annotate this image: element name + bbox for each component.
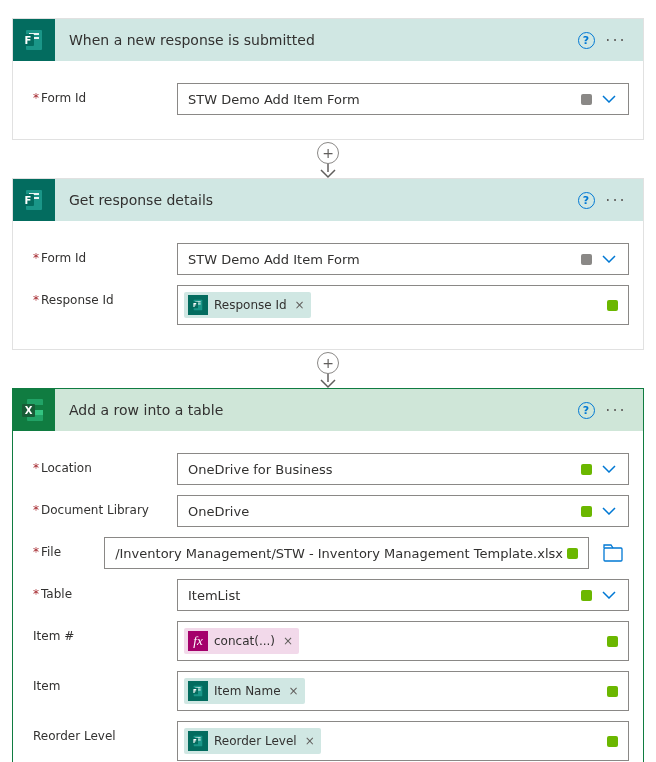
dynamic-token[interactable]: Item Name × bbox=[184, 678, 305, 704]
browse-folder-button[interactable] bbox=[597, 537, 629, 569]
status-dot-icon bbox=[607, 636, 618, 647]
remove-token-button[interactable]: × bbox=[293, 298, 305, 312]
dynamic-token[interactable]: Response Id × bbox=[184, 292, 311, 318]
status-dot-icon bbox=[607, 300, 618, 311]
card-header[interactable]: Add a row into a table ? ··· bbox=[13, 389, 643, 431]
field-label: Item # bbox=[33, 621, 177, 643]
more-button[interactable]: ··· bbox=[601, 185, 631, 215]
select-value: OneDrive for Business bbox=[188, 462, 577, 477]
item-input[interactable]: Item Name × bbox=[177, 671, 629, 711]
card-header[interactable]: When a new response is submitted ? ··· bbox=[13, 19, 643, 61]
help-button[interactable]: ? bbox=[571, 25, 601, 55]
connector: + bbox=[12, 142, 644, 180]
forms-token-icon bbox=[188, 295, 208, 315]
card-header[interactable]: Get response details ? ··· bbox=[13, 179, 643, 221]
table-select[interactable]: ItemList bbox=[177, 579, 629, 611]
card-title: Add a row into a table bbox=[55, 402, 571, 418]
chevron-down-icon bbox=[596, 465, 622, 473]
status-dot-icon bbox=[581, 506, 592, 517]
status-dot-icon bbox=[607, 686, 618, 697]
card-title: Get response details bbox=[55, 192, 571, 208]
status-dot-icon bbox=[581, 590, 592, 601]
field-label: *Response Id bbox=[33, 285, 177, 307]
token-label: Item Name bbox=[214, 684, 281, 698]
remove-token-button[interactable]: × bbox=[303, 734, 315, 748]
status-dot-icon bbox=[581, 254, 592, 265]
form-id-select[interactable]: STW Demo Add Item Form bbox=[177, 243, 629, 275]
field-label: *File bbox=[33, 537, 104, 559]
chevron-down-icon bbox=[596, 591, 622, 599]
field-row-doc-library: *Document Library OneDrive bbox=[33, 495, 629, 527]
file-input[interactable]: /Inventory Management/STW - Inventory Ma… bbox=[104, 537, 589, 569]
select-value: ItemList bbox=[188, 588, 577, 603]
location-select[interactable]: OneDrive for Business bbox=[177, 453, 629, 485]
forms-logo bbox=[13, 19, 55, 61]
card-body: *Location OneDrive for Business *Documen… bbox=[13, 431, 643, 762]
field-label: *Location bbox=[33, 453, 177, 475]
status-dot-icon bbox=[567, 548, 578, 559]
card-body: *Form Id STW Demo Add Item Form bbox=[13, 61, 643, 139]
select-value: STW Demo Add Item Form bbox=[188, 252, 577, 267]
card-body: *Form Id STW Demo Add Item Form *Respons… bbox=[13, 221, 643, 349]
remove-token-button[interactable]: × bbox=[281, 634, 293, 648]
field-row-item: Item Item Name × bbox=[33, 671, 629, 711]
field-row-form-id: *Form Id STW Demo Add Item Form bbox=[33, 83, 629, 115]
form-id-select[interactable]: STW Demo Add Item Form bbox=[177, 83, 629, 115]
token-label: concat(...) bbox=[214, 634, 275, 648]
select-value: OneDrive bbox=[188, 504, 577, 519]
field-label: *Document Library bbox=[33, 495, 177, 517]
field-label: Item bbox=[33, 671, 177, 693]
help-button[interactable]: ? bbox=[571, 185, 601, 215]
status-dot-icon bbox=[581, 94, 592, 105]
more-button[interactable]: ··· bbox=[601, 25, 631, 55]
field-label: Reorder Level bbox=[33, 721, 177, 743]
field-row-table: *Table ItemList bbox=[33, 579, 629, 611]
chevron-down-icon bbox=[596, 255, 622, 263]
field-label: *Form Id bbox=[33, 83, 177, 105]
reorder-input[interactable]: Reorder Level × bbox=[177, 721, 629, 761]
get-response-card: Get response details ? ··· *Form Id STW … bbox=[12, 178, 644, 350]
forms-token-icon bbox=[188, 681, 208, 701]
field-label: *Table bbox=[33, 579, 177, 601]
response-id-input[interactable]: Response Id × bbox=[177, 285, 629, 325]
forms-token-icon bbox=[188, 731, 208, 751]
field-label: *Form Id bbox=[33, 243, 177, 265]
fx-icon: fx bbox=[188, 631, 208, 651]
help-button[interactable]: ? bbox=[571, 395, 601, 425]
add-step-button[interactable]: + bbox=[317, 352, 339, 374]
field-row-reorder: Reorder Level Reorder Level × bbox=[33, 721, 629, 761]
input-value: /Inventory Management/STW - Inventory Ma… bbox=[115, 546, 563, 561]
excel-logo bbox=[13, 389, 55, 431]
arrow-down-icon bbox=[319, 372, 337, 390]
chevron-down-icon bbox=[596, 95, 622, 103]
status-dot-icon bbox=[607, 736, 618, 747]
card-title: When a new response is submitted bbox=[55, 32, 571, 48]
field-row-file: *File /Inventory Management/STW - Invent… bbox=[33, 537, 629, 569]
field-row-item-num: Item # fx concat(...) × bbox=[33, 621, 629, 661]
trigger-card: When a new response is submitted ? ··· *… bbox=[12, 18, 644, 140]
dynamic-token[interactable]: Reorder Level × bbox=[184, 728, 321, 754]
field-row-location: *Location OneDrive for Business bbox=[33, 453, 629, 485]
remove-token-button[interactable]: × bbox=[287, 684, 299, 698]
token-label: Response Id bbox=[214, 298, 287, 312]
chevron-down-icon bbox=[596, 507, 622, 515]
field-row-form-id: *Form Id STW Demo Add Item Form bbox=[33, 243, 629, 275]
token-label: Reorder Level bbox=[214, 734, 297, 748]
add-step-button[interactable]: + bbox=[317, 142, 339, 164]
item-num-input[interactable]: fx concat(...) × bbox=[177, 621, 629, 661]
more-button[interactable]: ··· bbox=[601, 395, 631, 425]
expression-token[interactable]: fx concat(...) × bbox=[184, 628, 299, 654]
connector: + bbox=[12, 352, 644, 390]
select-value: STW Demo Add Item Form bbox=[188, 92, 577, 107]
add-row-card: Add a row into a table ? ··· *Location O… bbox=[12, 388, 644, 762]
arrow-down-icon bbox=[319, 162, 337, 180]
field-row-response-id: *Response Id Response Id × bbox=[33, 285, 629, 325]
forms-logo bbox=[13, 179, 55, 221]
status-dot-icon bbox=[581, 464, 592, 475]
doc-library-select[interactable]: OneDrive bbox=[177, 495, 629, 527]
